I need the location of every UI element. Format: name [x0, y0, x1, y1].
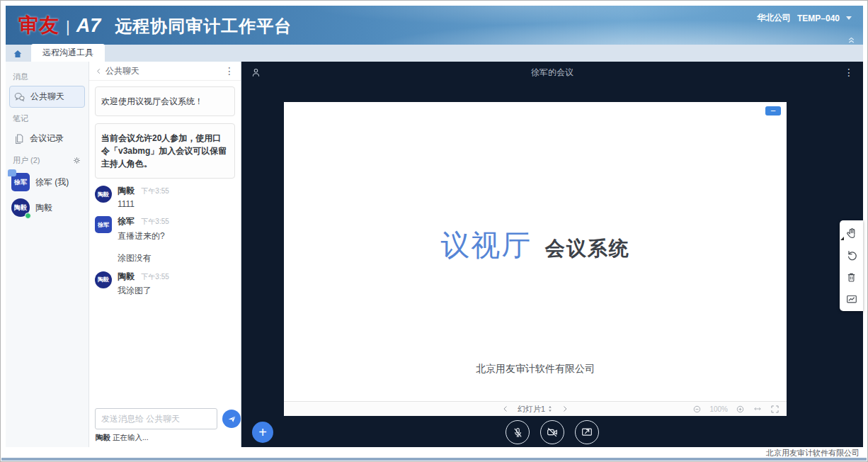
user-row-taoyi[interactable]: 陶毅 陶毅: [11, 198, 83, 217]
tab-remote-communication-tools[interactable]: 远程沟通工具: [31, 44, 105, 62]
whiteboard-toolbar: [840, 220, 863, 311]
slide-company-name: 北京用友审计软件有限公司: [284, 363, 787, 376]
user-name: 陶毅: [35, 202, 52, 214]
account-menu[interactable]: 华北公司 TEMP–040: [757, 12, 852, 24]
camera-off-button[interactable]: [540, 420, 564, 444]
product-name: A7: [76, 15, 101, 37]
slide-toolbar: 幻灯片1 100%: [284, 401, 787, 416]
fullscreen-icon[interactable]: [770, 405, 780, 414]
message-text: 1111: [118, 199, 235, 209]
avatar: 徐军: [11, 173, 30, 191]
meeting-header: 徐军的会议 ⋮: [241, 62, 863, 83]
document-icon: [13, 133, 25, 145]
message-sender: 陶毅: [118, 186, 135, 196]
message-sender: 徐军: [118, 216, 135, 226]
presentation-slide: − 议视厅 会议系统 北京用友审计软件有限公司: [284, 102, 787, 401]
slide-number-label: 幻灯片1: [518, 404, 545, 415]
message-time: 下午3:55: [141, 218, 169, 225]
slide-spinner-icon[interactable]: [547, 405, 553, 412]
avatar: 陶毅: [11, 198, 30, 217]
app-header: 审友 | A7 远程协同审计工作平台 华北公司 TEMP–040: [6, 6, 863, 45]
zoom-level: 100%: [709, 405, 728, 413]
main-content: 消息 公共聊天 笔记 会议记录: [6, 62, 863, 447]
logo-divider: |: [66, 18, 70, 36]
slide-title-primary: 议视厅: [440, 229, 532, 261]
system-message: 当前会议允许20人参加，使用口令「v3abmg」加入会议可以保留主持人角色。: [95, 123, 235, 179]
chat-message: 陶毅 陶毅 下午3:55 1111: [95, 186, 235, 209]
meeting-area: 徐军的会议 ⋮ − 议视厅 会议系统 北京用友审计软件有限公司: [241, 62, 863, 447]
collapse-header-button[interactable]: [847, 35, 856, 44]
hand-icon: [845, 227, 858, 240]
user-name: 徐军 (我): [35, 176, 69, 188]
camera-off-icon: [546, 426, 559, 439]
chat-input-row: [89, 404, 241, 432]
meeting-title: 徐军的会议: [241, 67, 863, 79]
next-slide-button[interactable]: [561, 405, 569, 412]
meeting-menu-icon[interactable]: ⋮: [844, 67, 854, 77]
avatar: 徐军: [95, 216, 112, 233]
message-time: 下午3:55: [141, 187, 169, 195]
send-button[interactable]: [222, 410, 241, 428]
sidebar-item-label: 会议记录: [30, 133, 64, 145]
chat-back-button[interactable]: 公共聊天: [96, 65, 139, 77]
brand-name: 审友: [18, 12, 59, 39]
chevron-down-icon: [846, 16, 852, 20]
chevron-left-icon: [96, 68, 102, 74]
slide-title-secondary: 会议系统: [545, 237, 630, 259]
notes-section-label: 笔记: [13, 113, 81, 124]
user-row-self[interactable]: 徐军 徐军 (我): [11, 173, 83, 191]
account-id: TEMP–040: [797, 13, 840, 23]
chat-title: 公共聊天: [105, 65, 139, 77]
flyout-marker: [840, 237, 844, 240]
undo-icon: [845, 249, 858, 261]
insert-chart-button[interactable]: [844, 291, 860, 307]
system-message: 欢迎使用议视厅会议系统！: [95, 86, 235, 116]
message-time: 下午3:55: [141, 273, 169, 281]
window-bottom-edge: [1, 458, 867, 461]
typing-indicator: 陶毅 正在输入...: [89, 432, 241, 447]
message-text: 我涂图了: [118, 285, 235, 297]
home-icon[interactable]: [13, 49, 23, 59]
app-logo: 审友 | A7 远程协同审计工作平台: [18, 12, 292, 39]
slide-title: 议视厅 会议系统: [284, 226, 787, 265]
footer-company: 北京用友审计软件有限公司: [766, 448, 860, 458]
paper-plane-icon: [227, 415, 236, 424]
sidebar-item-label: 公共聊天: [30, 91, 64, 103]
zoom-out-button[interactable]: [692, 405, 702, 414]
undo-button[interactable]: [844, 247, 860, 263]
clear-whiteboard-button[interactable]: [844, 269, 860, 285]
sidebar-item-meeting-notes[interactable]: 会议记录: [9, 128, 85, 150]
chat-message: 徐军 徐军 下午3:55 直播进来的? 涂图没有: [95, 216, 235, 264]
chevrons-up-icon: [847, 35, 856, 44]
app-title: 远程协同审计工作平台: [115, 15, 292, 38]
sidebar: 消息 公共聊天 笔记 会议记录: [6, 62, 89, 447]
online-status-badge: [25, 213, 31, 219]
trash-icon: [845, 271, 857, 283]
message-text: 涂图没有: [118, 252, 235, 264]
line-chart-icon: [845, 293, 858, 305]
av-controls: [506, 420, 599, 444]
chat-message-list[interactable]: 欢迎使用议视厅会议系统！ 当前会议允许20人参加，使用口令「v3abmg」加入会…: [89, 81, 241, 404]
tab-bar: 远程沟通工具: [6, 45, 863, 62]
fit-width-icon[interactable]: [753, 405, 763, 413]
mic-muted-icon: [512, 427, 524, 439]
add-content-button[interactable]: +: [252, 422, 273, 443]
gear-icon[interactable]: [72, 156, 81, 165]
microphone-muted-button[interactable]: [506, 420, 530, 444]
chat-menu-icon[interactable]: ⋮: [224, 66, 234, 76]
users-section-label: 用户 (2): [13, 155, 81, 166]
app-window: 审友 | A7 远程协同审计工作平台 华北公司 TEMP–040 远程沟通工具 …: [0, 0, 868, 462]
hand-tool-button[interactable]: [844, 225, 860, 241]
page-footer: 北京用友审计软件有限公司: [6, 447, 862, 458]
messages-section-label: 消息: [13, 72, 81, 82]
zoom-in-button[interactable]: [736, 405, 745, 414]
screen-share-icon: [581, 426, 593, 439]
chat-message-input[interactable]: [95, 408, 217, 429]
previous-slide-button[interactable]: [502, 405, 509, 412]
sidebar-item-public-chat[interactable]: 公共聊天: [9, 86, 85, 108]
minimize-slide-button[interactable]: −: [765, 106, 781, 116]
screen-share-button[interactable]: [575, 420, 599, 444]
message-sender: 陶毅: [118, 271, 135, 281]
chat-bubble-badge: [8, 169, 16, 176]
avatar: 陶毅: [95, 271, 112, 288]
